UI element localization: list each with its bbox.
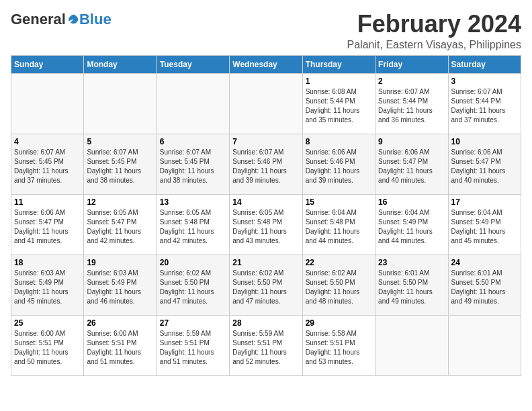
day-info: Sunrise: 6:01 AM Sunset: 5:50 PM Dayligh…	[451, 269, 518, 306]
daylight-text: Daylight: 11 hours and 38 minutes.	[160, 167, 214, 184]
day-info: Sunrise: 6:02 AM Sunset: 5:50 PM Dayligh…	[306, 269, 372, 306]
daylight-text: Daylight: 11 hours and 39 minutes.	[306, 167, 360, 184]
day-number: 4	[14, 137, 81, 146]
table-row	[11, 73, 84, 134]
table-row: 27 Sunrise: 5:59 AM Sunset: 5:51 PM Dayl…	[157, 315, 229, 375]
sunset-text: Sunset: 5:44 PM	[378, 97, 428, 105]
daylight-text: Daylight: 11 hours and 35 minutes.	[306, 107, 360, 124]
day-number: 2	[378, 77, 445, 86]
sunrise-text: Sunrise: 6:07 AM	[378, 88, 429, 95]
table-row: 5 Sunrise: 6:07 AM Sunset: 5:45 PM Dayli…	[84, 134, 157, 194]
day-info: Sunrise: 6:05 AM Sunset: 5:48 PM Dayligh…	[232, 208, 299, 246]
table-row	[230, 73, 302, 134]
table-row: 2 Sunrise: 6:07 AM Sunset: 5:44 PM Dayli…	[375, 73, 448, 134]
table-row: 19 Sunrise: 6:03 AM Sunset: 5:49 PM Dayl…	[84, 255, 157, 315]
sunset-text: Sunset: 5:51 PM	[14, 339, 64, 347]
sunset-text: Sunset: 5:49 PM	[87, 279, 136, 286]
day-number: 15	[306, 197, 372, 207]
sunset-text: Sunset: 5:46 PM	[306, 158, 355, 165]
day-info: Sunrise: 6:08 AM Sunset: 5:44 PM Dayligh…	[306, 87, 372, 125]
table-row: 29 Sunrise: 5:58 AM Sunset: 5:51 PM Dayl…	[302, 315, 375, 375]
sunset-text: Sunset: 5:50 PM	[306, 279, 355, 286]
day-number: 26	[87, 318, 153, 328]
daylight-text: Daylight: 11 hours and 46 minutes.	[87, 288, 141, 305]
page-container: General Blue February 2024 Palanit, East…	[11, 11, 521, 376]
daylight-text: Daylight: 11 hours and 37 minutes.	[451, 107, 506, 124]
table-row	[448, 315, 521, 375]
sunrise-text: Sunrise: 6:02 AM	[306, 269, 357, 277]
day-number: 14	[232, 197, 299, 207]
calendar-table: Sunday Monday Tuesday Wednesday Thursday…	[11, 55, 521, 376]
sunset-text: Sunset: 5:44 PM	[306, 97, 355, 105]
header-area: General Blue February 2024 Palanit, East…	[11, 11, 521, 51]
sunrise-text: Sunrise: 6:03 AM	[14, 269, 65, 277]
day-number: 13	[160, 197, 226, 207]
sunrise-text: Sunrise: 6:00 AM	[14, 330, 65, 337]
sunset-text: Sunset: 5:48 PM	[232, 218, 282, 226]
sunset-text: Sunset: 5:49 PM	[378, 218, 428, 226]
sunrise-text: Sunrise: 5:58 AM	[306, 330, 357, 337]
table-row: 26 Sunrise: 6:00 AM Sunset: 5:51 PM Dayl…	[84, 315, 157, 375]
sunrise-text: Sunrise: 6:04 AM	[378, 209, 429, 216]
sunset-text: Sunset: 5:48 PM	[160, 218, 210, 226]
day-info: Sunrise: 5:59 AM Sunset: 5:51 PM Dayligh…	[232, 329, 299, 367]
daylight-text: Daylight: 11 hours and 49 minutes.	[451, 288, 506, 305]
day-info: Sunrise: 6:07 AM Sunset: 5:45 PM Dayligh…	[160, 148, 226, 185]
table-row: 4 Sunrise: 6:07 AM Sunset: 5:45 PM Dayli…	[11, 134, 84, 194]
daylight-text: Daylight: 11 hours and 53 minutes.	[306, 349, 360, 365]
day-info: Sunrise: 6:05 AM Sunset: 5:48 PM Dayligh…	[160, 208, 226, 246]
day-number: 28	[232, 318, 299, 328]
sunrise-text: Sunrise: 6:07 AM	[451, 88, 502, 95]
day-info: Sunrise: 5:59 AM Sunset: 5:51 PM Dayligh…	[160, 329, 226, 367]
sunrise-text: Sunrise: 5:59 AM	[160, 330, 211, 337]
sunset-text: Sunset: 5:48 PM	[306, 218, 355, 226]
table-row: 10 Sunrise: 6:06 AM Sunset: 5:47 PM Dayl…	[448, 134, 521, 194]
calendar-week-row: 1 Sunrise: 6:08 AM Sunset: 5:44 PM Dayli…	[11, 73, 521, 134]
table-row: 28 Sunrise: 5:59 AM Sunset: 5:51 PM Dayl…	[230, 315, 302, 375]
sunrise-text: Sunrise: 6:07 AM	[87, 148, 138, 156]
sunset-text: Sunset: 5:51 PM	[160, 339, 210, 347]
day-info: Sunrise: 6:07 AM Sunset: 5:46 PM Dayligh…	[232, 148, 299, 185]
day-number: 11	[14, 197, 81, 207]
table-row: 15 Sunrise: 6:04 AM Sunset: 5:48 PM Dayl…	[302, 194, 375, 255]
table-row: 17 Sunrise: 6:04 AM Sunset: 5:49 PM Dayl…	[448, 194, 521, 255]
calendar-week-row: 4 Sunrise: 6:07 AM Sunset: 5:45 PM Dayli…	[11, 134, 521, 194]
table-row: 21 Sunrise: 6:02 AM Sunset: 5:50 PM Dayl…	[230, 255, 302, 315]
day-number: 22	[306, 258, 372, 267]
table-row: 20 Sunrise: 6:02 AM Sunset: 5:50 PM Dayl…	[157, 255, 229, 315]
daylight-text: Daylight: 11 hours and 40 minutes.	[451, 167, 506, 184]
day-info: Sunrise: 6:04 AM Sunset: 5:48 PM Dayligh…	[306, 208, 372, 246]
logo-blue-text: Blue	[79, 11, 112, 28]
sunrise-text: Sunrise: 6:05 AM	[232, 209, 283, 216]
day-info: Sunrise: 6:00 AM Sunset: 5:51 PM Dayligh…	[87, 329, 153, 367]
day-info: Sunrise: 6:06 AM Sunset: 5:47 PM Dayligh…	[378, 148, 445, 185]
day-info: Sunrise: 6:02 AM Sunset: 5:50 PM Dayligh…	[160, 269, 226, 306]
day-number: 10	[451, 137, 518, 146]
sunset-text: Sunset: 5:47 PM	[451, 158, 501, 165]
sunset-text: Sunset: 5:50 PM	[378, 279, 428, 286]
day-number: 20	[160, 258, 226, 267]
day-number: 19	[87, 258, 153, 267]
logo-bird-icon	[67, 13, 79, 26]
day-number: 29	[306, 318, 372, 328]
table-row: 6 Sunrise: 6:07 AM Sunset: 5:45 PM Dayli…	[157, 134, 229, 194]
day-info: Sunrise: 6:04 AM Sunset: 5:49 PM Dayligh…	[451, 208, 518, 246]
sunset-text: Sunset: 5:51 PM	[306, 339, 355, 347]
daylight-text: Daylight: 11 hours and 42 minutes.	[87, 228, 141, 244]
table-row: 12 Sunrise: 6:05 AM Sunset: 5:47 PM Dayl…	[84, 194, 157, 255]
daylight-text: Daylight: 11 hours and 39 minutes.	[232, 167, 287, 184]
day-info: Sunrise: 6:03 AM Sunset: 5:49 PM Dayligh…	[87, 269, 153, 306]
daylight-text: Daylight: 11 hours and 47 minutes.	[160, 288, 214, 305]
daylight-text: Daylight: 11 hours and 37 minutes.	[14, 167, 69, 184]
day-info: Sunrise: 6:06 AM Sunset: 5:47 PM Dayligh…	[451, 148, 518, 185]
sunset-text: Sunset: 5:50 PM	[160, 279, 210, 286]
day-number: 5	[87, 137, 153, 146]
sunset-text: Sunset: 5:51 PM	[87, 339, 136, 347]
day-number: 9	[378, 137, 445, 146]
table-row: 23 Sunrise: 6:01 AM Sunset: 5:50 PM Dayl…	[375, 255, 448, 315]
table-row: 22 Sunrise: 6:02 AM Sunset: 5:50 PM Dayl…	[302, 255, 375, 315]
daylight-text: Daylight: 11 hours and 52 minutes.	[232, 349, 287, 365]
day-info: Sunrise: 6:07 AM Sunset: 5:44 PM Dayligh…	[378, 87, 445, 125]
day-info: Sunrise: 6:02 AM Sunset: 5:50 PM Dayligh…	[232, 269, 299, 306]
day-info: Sunrise: 6:06 AM Sunset: 5:47 PM Dayligh…	[14, 208, 81, 246]
